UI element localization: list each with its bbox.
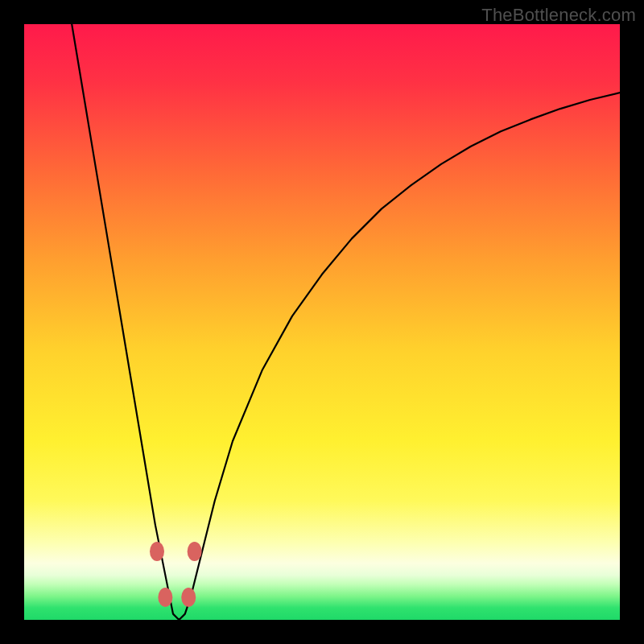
curve-marker	[188, 542, 202, 561]
curve-marker	[158, 588, 172, 607]
chart-background	[24, 24, 620, 620]
curve-marker	[150, 542, 164, 561]
chart-frame	[24, 24, 620, 620]
curve-marker	[181, 588, 196, 607]
watermark-text: TheBottleneck.com	[481, 5, 636, 26]
bottleneck-chart	[24, 24, 620, 620]
